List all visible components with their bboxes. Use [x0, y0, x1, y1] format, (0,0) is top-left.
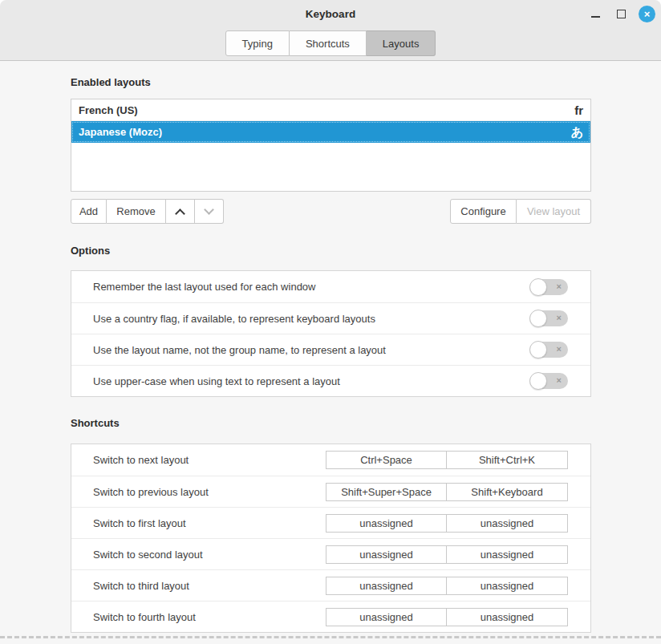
toggle-off-icon: × [557, 314, 562, 322]
toggle-country-flag[interactable]: × [530, 310, 568, 326]
chevron-up-icon [175, 209, 185, 219]
shortcut-row-second-layout: Switch to second layout unassigned unass… [71, 538, 590, 569]
enabled-layouts-heading: Enabled layouts [71, 77, 591, 88]
keybinding-primary[interactable]: unassigned [326, 608, 447, 626]
keybinding-cells: unassigned unassigned [326, 514, 568, 533]
keybinding-primary[interactable]: unassigned [326, 577, 447, 595]
toggle-knob [529, 310, 547, 327]
titlebar[interactable]: Keyboard × [0, 0, 661, 27]
view-layout-button[interactable]: View layout [517, 199, 591, 224]
shortcuts-panel: Switch to next layout Ctrl+Space Shift+C… [71, 444, 591, 633]
window-controls: × [587, 0, 655, 27]
toggle-off-icon: × [557, 376, 562, 385]
maximize-icon [617, 10, 626, 18]
option-row-upper-case: Use upper-case when using text to repres… [71, 365, 590, 396]
layout-name: French (US) [79, 104, 138, 116]
option-row-layout-name: Use the layout name, not the group name,… [71, 334, 590, 365]
layout-row-japanese[interactable]: Japanese (Mozc) あ [71, 121, 590, 143]
list-edit-button-group: Add Remove [71, 199, 224, 224]
chevron-down-icon [204, 205, 214, 215]
keybinding-secondary[interactable]: unassigned [447, 608, 568, 626]
keybinding-cells: Shift+Super+Space Shift+Keyboard [326, 483, 568, 501]
toggle-remember-layout[interactable]: × [530, 279, 568, 295]
options-heading: Options [71, 245, 591, 257]
toggle-knob [529, 278, 547, 296]
keyboard-settings-window: Keyboard × Typing Shortcuts Layouts Enab… [0, 0, 661, 644]
keybinding-primary[interactable]: Ctrl+Space [326, 451, 447, 469]
layout-tools-button-group: Configure View layout [450, 199, 591, 224]
keybinding-cells: Ctrl+Space Shift+Ctrl+K [326, 451, 568, 469]
maximize-button[interactable] [613, 6, 630, 22]
toggle-knob [529, 372, 547, 390]
keybinding-primary[interactable]: unassigned [326, 545, 447, 564]
tab-shortcuts[interactable]: Shortcuts [290, 30, 367, 56]
option-row-remember-layout: Remember the last layout used for each w… [71, 271, 590, 302]
layout-actions: Add Remove Configure View layout [71, 199, 591, 224]
keybinding-primary[interactable]: unassigned [326, 514, 447, 533]
toggle-knob [529, 341, 547, 358]
option-row-country-flag: Use a country flag, if available, to rep… [71, 302, 590, 334]
keybinding-cells: unassigned unassigned [326, 545, 568, 564]
layout-row-french[interactable]: French (US) fr [71, 99, 590, 121]
add-layout-button[interactable]: Add [71, 199, 107, 224]
remove-layout-button[interactable]: Remove [107, 199, 166, 224]
options-panel: Remember the last layout used for each w… [71, 270, 591, 397]
layout-name: Japanese (Mozc) [79, 126, 162, 138]
move-down-button[interactable] [195, 199, 224, 224]
keybinding-cells: unassigned unassigned [326, 577, 568, 595]
close-button[interactable]: × [639, 6, 655, 22]
window-resize-edge[interactable] [0, 636, 661, 638]
configure-button[interactable]: Configure [450, 199, 517, 224]
close-icon: × [644, 9, 651, 19]
shortcuts-heading: Shortcuts [71, 418, 591, 429]
shortcut-row-first-layout: Switch to first layout unassigned unassi… [71, 507, 590, 538]
shortcut-row-fourth-layout: Switch to fourth layout unassigned unass… [71, 601, 590, 632]
minimize-icon [591, 16, 600, 18]
tab-bar: Typing Shortcuts Layouts [0, 30, 661, 56]
shortcut-row-third-layout: Switch to third layout unassigned unassi… [71, 569, 590, 601]
keybinding-secondary[interactable]: unassigned [447, 514, 568, 533]
layouts-page: Enabled layouts French (US) fr Japanese … [0, 61, 661, 633]
shortcut-row-previous-layout: Switch to previous layout Shift+Super+Sp… [71, 476, 590, 507]
window-header: Keyboard × Typing Shortcuts Layouts [0, 0, 661, 61]
move-up-button[interactable] [166, 199, 195, 224]
toggle-upper-case[interactable]: × [530, 373, 568, 389]
enabled-layouts-list: French (US) fr Japanese (Mozc) あ [71, 99, 591, 192]
keybinding-secondary[interactable]: unassigned [447, 577, 568, 595]
toggle-layout-name[interactable]: × [530, 342, 568, 358]
keybinding-cells: unassigned unassigned [326, 608, 568, 626]
keybinding-secondary[interactable]: unassigned [447, 545, 568, 564]
tab-layouts[interactable]: Layouts [367, 30, 436, 56]
tab-typing[interactable]: Typing [225, 30, 290, 56]
layout-indicator-badge: あ [571, 126, 583, 138]
keybinding-secondary[interactable]: Shift+Keyboard [447, 483, 568, 501]
keybinding-secondary[interactable]: Shift+Ctrl+K [447, 451, 568, 469]
minimize-button[interactable] [587, 6, 604, 22]
shortcut-row-next-layout: Switch to next layout Ctrl+Space Shift+C… [71, 444, 590, 476]
layout-indicator-badge: fr [574, 104, 583, 116]
window-title: Keyboard [306, 8, 355, 20]
toggle-off-icon: × [557, 345, 562, 354]
toggle-off-icon: × [557, 282, 562, 291]
keybinding-primary[interactable]: Shift+Super+Space [326, 483, 447, 501]
